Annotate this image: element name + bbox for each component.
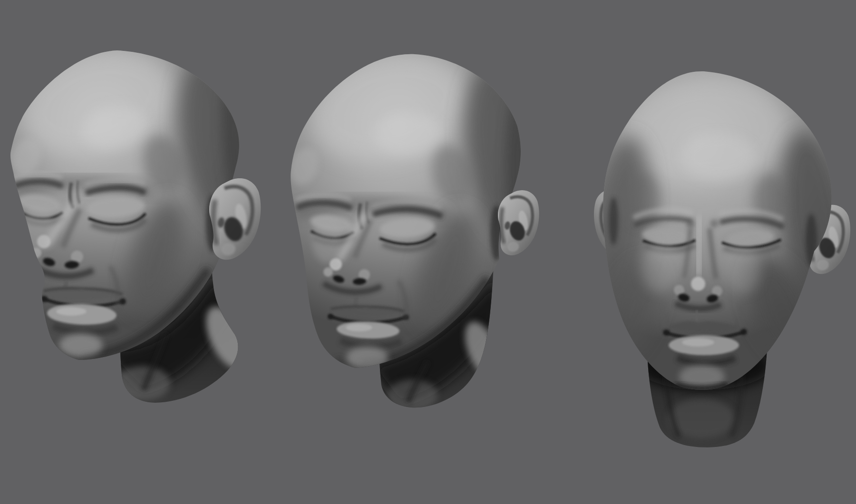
mouth-corner-left bbox=[328, 314, 333, 320]
nose-tip-light bbox=[691, 277, 705, 291]
mouth-corner-right bbox=[740, 329, 747, 335]
chin-light bbox=[59, 333, 103, 357]
forehead-hotspot bbox=[680, 133, 756, 181]
lower-lip-gloss bbox=[346, 324, 372, 331]
forehead-hotspot bbox=[374, 112, 442, 156]
cheek-light bbox=[312, 217, 342, 263]
mouth-corner-left bbox=[663, 329, 670, 336]
lower-lip-gloss bbox=[56, 307, 87, 316]
render-viewport: Three gray clay-render sculpted heads bbox=[0, 0, 856, 504]
nose-ala-left bbox=[674, 285, 684, 295]
nose-bridge-light bbox=[698, 215, 700, 276]
nose-ala-left bbox=[323, 267, 333, 277]
sculpt-render bbox=[0, 0, 856, 504]
nose-ala-right bbox=[712, 286, 722, 296]
inner-brow-shadow-left bbox=[686, 220, 695, 229]
lower-lip-gloss bbox=[682, 338, 714, 347]
ear-attachment-shadow-left bbox=[609, 197, 618, 245]
inner-brow-shadow-right bbox=[710, 219, 719, 228]
philtrum bbox=[696, 310, 697, 321]
